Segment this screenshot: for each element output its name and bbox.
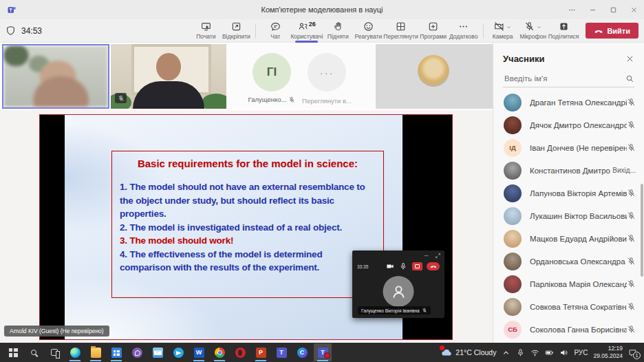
participant-row[interactable]: Константинов Дмитро С... Вихід... (493, 159, 644, 182)
participant-avatar (504, 253, 522, 270)
language-indicator[interactable]: РУС (574, 349, 588, 356)
mic-button[interactable]: Мікрофон (518, 19, 548, 43)
slide-black-strip-left (40, 115, 65, 339)
mini-call-window[interactable]: 33:35 Галущенко Вікторія Іванівна (352, 251, 444, 318)
participant-row[interactable]: Мацков Едуард Андрійович (493, 227, 644, 250)
clock[interactable]: 12:19 29.05.2024 (593, 345, 623, 359)
mic-off-badge (115, 93, 127, 103)
mic-off-icon (627, 143, 636, 152)
slide-list-item: 3. The model should work! (120, 234, 376, 248)
window-minimize-button[interactable] (582, 0, 603, 19)
panel-close-button[interactable] (625, 54, 634, 63)
date-text: 29.05.2024 (593, 352, 623, 360)
participant-name: Дячок Дмитро Олександрович (530, 121, 627, 129)
people-button[interactable]: 26 Користувачі (290, 19, 323, 43)
participant-row[interactable]: Лукашин Віктор Васильович (493, 204, 644, 227)
mic-off-icon (524, 21, 535, 32)
participant-name: Лукашин Віктор Васильович (530, 212, 627, 220)
chevron-down-icon[interactable] (536, 24, 542, 30)
taskbar-apps: WPTCT (3, 343, 333, 361)
participant-status (627, 98, 636, 107)
search-input[interactable] (503, 74, 625, 83)
video-tile-photo-avatar[interactable] (376, 44, 493, 109)
store-icon[interactable] (107, 343, 125, 361)
share-button[interactable]: Поділитися (548, 19, 579, 43)
overflow-tile-label[interactable]: Переглянути в... (288, 97, 365, 105)
teams-meeting-window: Комп'ютерне моделювання в науці 34:53 По… (0, 0, 644, 362)
hangup-button[interactable] (427, 262, 440, 270)
participant-row[interactable]: СБ Соколова Ганна Борисівна (493, 318, 644, 341)
canva-icon[interactable]: C (293, 343, 311, 361)
window-maximize-button[interactable] (603, 0, 623, 19)
teams-meeting-icon[interactable]: T (314, 343, 332, 361)
window-more-button[interactable] (561, 0, 582, 19)
participant-name: Мацков Едуард Андрійович (530, 235, 627, 243)
start-icon[interactable] (4, 343, 22, 361)
participant-status (627, 143, 636, 152)
mail-icon[interactable] (149, 343, 167, 361)
search-icon[interactable] (25, 343, 43, 361)
task-view-icon[interactable] (45, 343, 63, 361)
more-button[interactable]: Додатково (449, 19, 479, 43)
telegram-icon[interactable] (169, 343, 187, 361)
start-recording-button[interactable]: Почати (191, 19, 221, 43)
apps-button[interactable]: Програми (418, 19, 449, 43)
view-button[interactable]: Переглянути (383, 19, 418, 43)
slide-list-item: 1. The model should not have an external… (120, 180, 376, 221)
camera-icon[interactable] (386, 262, 394, 270)
toolbar-divider (255, 23, 256, 39)
mic-tray-icon[interactable] (516, 348, 525, 357)
notification-count-badge: 1 (633, 352, 641, 359)
panel-scrollbar[interactable] (641, 184, 643, 277)
presenter-name-tag: Arnold KIV (Guest) (Не перевірено) (4, 326, 109, 337)
participant-row[interactable]: Парлікова Марія Олександрі... (493, 273, 644, 295)
close-icon (625, 54, 634, 63)
mic-icon[interactable] (399, 262, 407, 270)
teams-icon[interactable]: T (272, 343, 290, 361)
participant-avatar (504, 116, 522, 134)
mic-off-icon (627, 234, 636, 243)
participant-row[interactable]: Дячок Дмитро Олександрович (493, 114, 644, 136)
edge-icon[interactable] (66, 343, 84, 361)
participant-initials-avatar[interactable]: ГІ (253, 53, 291, 92)
stop-share-button[interactable] (412, 262, 422, 270)
video-tile-participant[interactable] (111, 44, 226, 109)
ellipsis-icon (458, 21, 469, 32)
participant-avatar (504, 162, 522, 180)
expand-icon[interactable] (435, 253, 441, 259)
participant-row[interactable]: Драган Тетяна Олександрівна (493, 91, 644, 114)
viber-icon[interactable] (128, 343, 146, 361)
opera-icon[interactable] (231, 343, 249, 361)
participant-name: Соколова Ганна Борисівна (530, 326, 627, 334)
file-explorer-icon[interactable] (87, 343, 105, 361)
minimize-icon[interactable] (423, 253, 429, 259)
battery-icon[interactable] (545, 348, 554, 357)
participant-avatar: ІД (504, 139, 522, 157)
raise-hand-button[interactable]: Підняти (323, 19, 353, 43)
action-center-button[interactable]: 1 (628, 348, 637, 357)
weather-widget[interactable]: 21°C Cloudy (441, 347, 496, 358)
powerpoint-icon[interactable]: P (252, 343, 270, 361)
window-controls (561, 0, 644, 19)
participant-row[interactable]: Лапунова Вікторія Артемівна (493, 182, 644, 204)
overflow-tile[interactable]: ··· (308, 53, 346, 92)
participant-row[interactable]: Совкова Тетяна Сократівна (493, 295, 644, 318)
chevron-down-icon[interactable] (506, 24, 512, 30)
tray-expand-icon[interactable] (502, 348, 511, 357)
window-close-button[interactable] (623, 0, 644, 19)
video-tile-active-speaker[interactable] (2, 44, 109, 109)
unpin-button[interactable]: Відкріпити (221, 19, 251, 43)
leave-button[interactable]: Вийти (586, 23, 638, 39)
camera-button[interactable]: Камера (488, 19, 518, 43)
react-button[interactable]: Реагувати (353, 19, 383, 43)
volume-icon[interactable] (559, 348, 568, 357)
participant-row[interactable]: ІД Іван Дончев (Не перевірено) (493, 136, 644, 159)
chrome-icon[interactable] (211, 343, 228, 361)
network-icon[interactable] (530, 348, 539, 357)
participant-status (627, 257, 636, 266)
word-icon[interactable]: W (190, 343, 208, 361)
chat-button[interactable]: Чат (260, 19, 290, 43)
notification-dot (324, 352, 330, 359)
slide-list-item: 2. The model is investigated instead of … (120, 221, 376, 235)
participant-row[interactable]: Ордановська Олександра Іго... (493, 250, 644, 273)
